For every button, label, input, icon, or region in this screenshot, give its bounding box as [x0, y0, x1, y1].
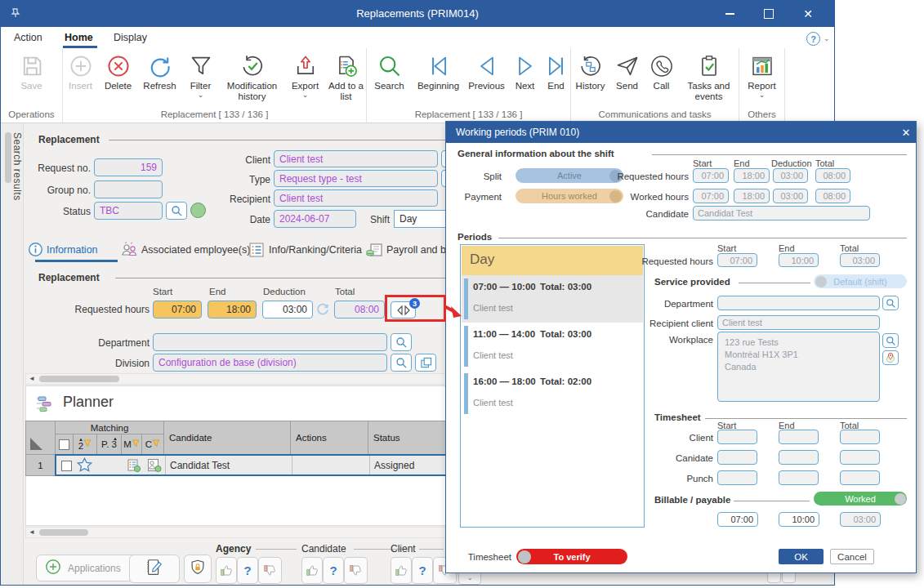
candidate-thumbs-down-button[interactable] — [344, 557, 368, 584]
filter-funnel-icon[interactable] — [83, 439, 92, 449]
col-header-matching[interactable]: Matching — [55, 421, 164, 434]
to-verify-toggle[interactable]: To verify — [516, 549, 627, 564]
agency-unknown-button[interactable]: ? — [237, 557, 258, 584]
end-button[interactable]: End — [542, 54, 571, 108]
col-header-actions[interactable]: Actions — [290, 421, 368, 455]
scroll-left-icon[interactable]: ◄ — [29, 375, 35, 382]
dock-scroll-thumb[interactable] — [5, 132, 11, 183]
timesheet-candidate-end-field[interactable] — [779, 450, 819, 465]
client-field[interactable]: Client test — [274, 150, 438, 167]
client-thumbs-up-button[interactable] — [391, 557, 412, 584]
period-start-field[interactable]: 07:00 — [717, 253, 757, 267]
worked-deduction-field[interactable]: 03:00 — [773, 189, 808, 203]
call-button[interactable]: Call — [645, 54, 679, 108]
search-button[interactable]: Search — [367, 54, 413, 108]
client-unknown-button[interactable]: ? — [412, 557, 433, 584]
timesheet-candidate-total-field[interactable] — [840, 450, 880, 465]
table-corner-cell[interactable] — [25, 421, 56, 455]
timesheet-punch-start-field[interactable] — [717, 470, 757, 485]
department-search-button[interactable] — [882, 296, 899, 310]
group-no-field[interactable] — [94, 180, 163, 198]
row-checkbox[interactable] — [61, 461, 72, 471]
worked-total-field[interactable]: 08:00 — [815, 189, 850, 203]
scroll-left-icon[interactable]: ◄ — [29, 528, 35, 536]
recipient-client-field[interactable]: Client test — [717, 315, 880, 330]
candidate-thumbs-up-button[interactable] — [301, 557, 323, 584]
maximize-button[interactable] — [749, 1, 788, 27]
help-chevron-icon[interactable]: ⌄ — [824, 34, 830, 42]
worked-start-field[interactable]: 07:00 — [693, 189, 729, 203]
recipient-field[interactable]: Client test — [274, 189, 438, 207]
col-header-checkbox[interactable] — [55, 434, 74, 455]
requested-total-field[interactable]: 08:00 — [334, 301, 385, 318]
timesheet-client-end-field[interactable] — [779, 430, 819, 444]
department-search-button[interactable] — [391, 333, 412, 351]
timesheet-client-start-field[interactable] — [717, 430, 757, 444]
department-field[interactable] — [717, 296, 880, 310]
history-button[interactable]: History — [571, 54, 610, 108]
applications-button[interactable]: Applications — [36, 555, 144, 581]
cancel-button[interactable]: Cancel — [830, 549, 874, 564]
notes-button[interactable] — [129, 555, 180, 583]
col-header-candidate[interactable]: Candidate — [163, 421, 291, 455]
add-to-list-button[interactable]: Add to a list — [326, 54, 367, 108]
scrollbar-thumb[interactable] — [39, 529, 88, 536]
col-header-c[interactable]: C — [141, 434, 164, 455]
report-button[interactable]: Report ⌄ — [741, 54, 783, 108]
next-button[interactable]: Next — [509, 54, 542, 108]
division-search-button[interactable] — [391, 354, 412, 372]
insert-button[interactable]: Insert — [63, 54, 99, 108]
refresh-button[interactable]: Refresh — [138, 54, 182, 108]
department-field[interactable] — [153, 333, 387, 351]
close-button[interactable]: ✕ — [788, 1, 828, 27]
timesheet-candidate-start-field[interactable] — [717, 450, 757, 465]
requested-end-field[interactable]: 18:00 — [208, 301, 257, 318]
col-header-m[interactable]: M — [121, 434, 142, 455]
workplace-map-button[interactable] — [882, 350, 899, 365]
requested-end-field[interactable]: 18:00 — [734, 168, 770, 183]
save-button[interactable]: Save — [7, 54, 56, 108]
agency-thumbs-down-button[interactable] — [258, 557, 282, 584]
col-header-2[interactable]: ▲2 — [73, 434, 97, 455]
status-search-button[interactable] — [166, 202, 187, 220]
workplace-search-button[interactable] — [882, 333, 899, 348]
row-number-cell[interactable]: 1 — [25, 454, 56, 476]
candidate-unknown-button[interactable]: ? — [323, 557, 344, 584]
filter-button[interactable]: Filter ⌄ — [182, 54, 220, 108]
billable-total-field[interactable]: 03:00 — [840, 512, 881, 527]
default-shift-toggle[interactable]: Default (shift) — [814, 274, 907, 288]
status-field[interactable]: TBC — [94, 202, 163, 220]
menu-display[interactable]: Display — [114, 32, 147, 43]
period-total-field[interactable]: 03:00 — [840, 253, 880, 267]
ok-button[interactable]: OK — [779, 549, 824, 564]
division-browse-icon[interactable] — [415, 354, 436, 372]
period-item[interactable]: 11:00 — 14:00 Total: 03:00 Client test — [462, 323, 643, 370]
requested-deduction-field[interactable]: 03:00 — [773, 168, 808, 183]
recalculate-icon[interactable] — [315, 302, 330, 317]
requested-total-field[interactable]: 08:00 — [815, 168, 850, 183]
tasks-events-button[interactable]: Tasks and events — [679, 54, 739, 108]
request-no-field[interactable]: 159 — [94, 158, 163, 176]
modification-history-button[interactable]: Modification history — [220, 54, 285, 108]
export-button[interactable]: Export ⌄ — [285, 54, 326, 108]
timesheet-punch-end-field[interactable] — [779, 470, 819, 485]
menu-action[interactable]: Action — [14, 32, 42, 43]
delete-button[interactable]: Delete — [99, 54, 138, 108]
billable-start-field[interactable]: 07:00 — [717, 512, 758, 527]
filter-funnel-icon[interactable] — [132, 439, 140, 449]
minimize-button[interactable] — [710, 1, 749, 27]
menu-home[interactable]: Home — [65, 32, 93, 43]
previous-button[interactable]: Previous — [465, 54, 509, 108]
type-field[interactable]: Request type - test — [274, 170, 438, 187]
requested-start-field[interactable]: 07:00 — [693, 168, 729, 183]
requested-start-field[interactable]: 07:00 — [153, 301, 202, 318]
division-field[interactable]: Configuration de base (division) — [153, 354, 387, 372]
send-button[interactable]: Send — [610, 54, 645, 108]
period-item[interactable]: 16:00 — 18:00 Total: 02:00 Client test — [462, 370, 643, 417]
scrollbar-thumb[interactable] — [39, 376, 119, 382]
matching-list-icon[interactable] — [127, 458, 141, 476]
security-button[interactable] — [184, 555, 212, 583]
timesheet-client-total-field[interactable] — [840, 430, 880, 444]
beginning-button[interactable]: Beginning — [413, 54, 465, 108]
filter-funnel-icon[interactable] — [152, 439, 160, 449]
